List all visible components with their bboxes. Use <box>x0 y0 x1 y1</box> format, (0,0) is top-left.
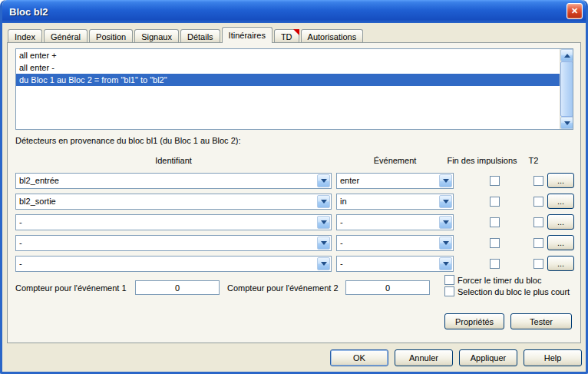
more-button[interactable]: ... <box>547 235 574 250</box>
t2-checkbox[interactable] <box>533 217 543 227</box>
tab-position[interactable]: Position <box>89 29 133 43</box>
fin-impulsions-checkbox[interactable] <box>490 259 500 269</box>
combo-value: bl2_entrée <box>19 176 314 185</box>
dropdown-button[interactable] <box>317 257 330 270</box>
counter1-label: Compteur pour l'événement 1 <box>15 283 127 293</box>
t2-checkbox[interactable] <box>533 197 543 207</box>
chevron-down-icon <box>321 241 327 248</box>
chevron-down-icon <box>321 179 327 186</box>
column-header-fin-impulsions: Fin des impulsions <box>444 156 520 165</box>
tab-itineraires[interactable]: Itinéraires <box>222 27 273 43</box>
combo-value: - <box>340 217 436 227</box>
titlebar[interactable]: Bloc bl2 ✕ <box>2 0 586 23</box>
dropdown-button[interactable] <box>317 216 330 229</box>
combo-value: bl2_sortie <box>19 197 314 206</box>
tab-autorisations[interactable]: Autorisations <box>301 29 364 43</box>
chevron-down-icon <box>321 262 327 269</box>
dropdown-button[interactable] <box>439 237 452 250</box>
scroll-down-button[interactable] <box>560 117 573 129</box>
t2-checkbox[interactable] <box>533 176 543 186</box>
counter2-label: Compteur pour l'événement 2 <box>227 283 339 293</box>
chevron-down-icon <box>321 200 327 207</box>
arrow-up-icon <box>564 51 570 58</box>
dropdown-button[interactable] <box>439 195 452 208</box>
tab-index[interactable]: Index <box>8 29 42 43</box>
evenement-combobox[interactable]: enter <box>336 173 454 189</box>
evenement-combobox[interactable]: - <box>336 214 454 230</box>
option-label: Forcer le timer du bloc <box>458 276 541 285</box>
dropdown-button[interactable] <box>439 174 452 187</box>
close-button[interactable]: ✕ <box>567 3 583 19</box>
option-selection-bloc-court[interactable]: Selection du bloc le plus court <box>444 286 570 296</box>
ok-button[interactable]: OK <box>330 349 388 366</box>
fin-impulsions-checkbox[interactable] <box>490 238 500 248</box>
more-button[interactable]: ... <box>547 173 574 188</box>
routes-listbox[interactable]: all enter + all enter - du Bloc 1 au Blo… <box>15 48 573 130</box>
fin-impulsions-checkbox[interactable] <box>490 197 500 207</box>
scrollbar[interactable] <box>560 49 573 129</box>
evenement-combobox[interactable]: - <box>336 235 454 251</box>
option-label: Selection du bloc le plus court <box>458 287 570 296</box>
tab-signaux[interactable]: Signaux <box>134 29 179 43</box>
combo-value: - <box>19 217 314 227</box>
identifiant-combobox[interactable]: - <box>15 256 332 272</box>
window-title: Bloc bl2 <box>2 6 48 18</box>
scroll-up-button[interactable] <box>560 49 573 61</box>
option-forcer-timer[interactable]: Forcer le timer du bloc <box>444 275 541 285</box>
tab-details[interactable]: Détails <box>180 29 220 43</box>
tab-bar: Index Général Position Signaux Détails I… <box>8 28 365 43</box>
combo-value: in <box>340 197 436 206</box>
tab-td-label: TD <box>281 32 292 41</box>
list-item[interactable]: all enter + <box>16 49 573 61</box>
counter1-input[interactable] <box>135 280 220 295</box>
chevron-down-icon <box>321 220 327 227</box>
combo-value: - <box>340 238 436 247</box>
chevron-down-icon <box>443 262 449 269</box>
combo-value: - <box>19 238 314 247</box>
dropdown-button[interactable] <box>317 237 330 250</box>
help-button[interactable]: Help <box>524 349 582 366</box>
arrow-down-icon <box>564 121 570 128</box>
selection-bloc-court-checkbox[interactable] <box>444 286 454 296</box>
annuler-button[interactable]: Annuler <box>395 349 453 366</box>
t2-checkbox[interactable] <box>533 238 543 248</box>
identifiant-combobox[interactable]: - <box>15 214 332 230</box>
column-header-evenement: Événement <box>336 156 454 165</box>
combo-value: enter <box>340 176 436 185</box>
detector-row: bl2_entrée enter ... <box>8 173 582 189</box>
tab-general[interactable]: Général <box>44 29 88 43</box>
t2-checkbox[interactable] <box>533 259 543 269</box>
detector-row: - - ... <box>8 214 582 230</box>
detector-row: - - ... <box>8 256 582 272</box>
forcer-timer-checkbox[interactable] <box>444 275 454 285</box>
detectors-caption: Détecteurs en provenance du bloc bl1 (du… <box>15 136 241 145</box>
column-header-identifiant: Identifiant <box>15 156 332 165</box>
evenement-combobox[interactable]: - <box>336 256 454 272</box>
dropdown-button[interactable] <box>317 195 330 208</box>
fin-impulsions-checkbox[interactable] <box>490 176 500 186</box>
counter2-input[interactable] <box>345 280 430 295</box>
chevron-down-icon <box>443 179 449 186</box>
identifiant-combobox[interactable]: bl2_sortie <box>15 194 332 210</box>
dialog-window: Bloc bl2 ✕ Index Général Position Signau… <box>0 0 588 374</box>
proprietes-button[interactable]: Propriétés <box>444 313 504 329</box>
list-item-selected[interactable]: du Bloc 1 au Bloc 2 = from "bl1" to "bl2… <box>16 74 573 86</box>
evenement-combobox[interactable]: in <box>336 194 454 210</box>
more-button[interactable]: ... <box>547 194 574 209</box>
more-button[interactable]: ... <box>547 214 574 230</box>
detector-row: - - ... <box>8 235 582 251</box>
dropdown-button[interactable] <box>439 216 452 229</box>
dropdown-button[interactable] <box>317 174 330 187</box>
fin-impulsions-checkbox[interactable] <box>490 217 500 227</box>
scroll-thumb[interactable] <box>560 61 573 117</box>
column-header-t2: T2 <box>522 156 545 165</box>
more-button[interactable]: ... <box>547 256 574 271</box>
list-item[interactable]: all enter - <box>16 61 573 74</box>
dropdown-button[interactable] <box>439 257 452 270</box>
detector-row: bl2_sortie in ... <box>8 194 582 210</box>
identifiant-combobox[interactable]: - <box>15 235 332 251</box>
identifiant-combobox[interactable]: bl2_entrée <box>15 173 332 189</box>
tester-button[interactable]: Tester <box>510 313 572 329</box>
tab-td[interactable]: TD <box>274 29 299 43</box>
appliquer-button[interactable]: Appliquer <box>459 349 517 366</box>
